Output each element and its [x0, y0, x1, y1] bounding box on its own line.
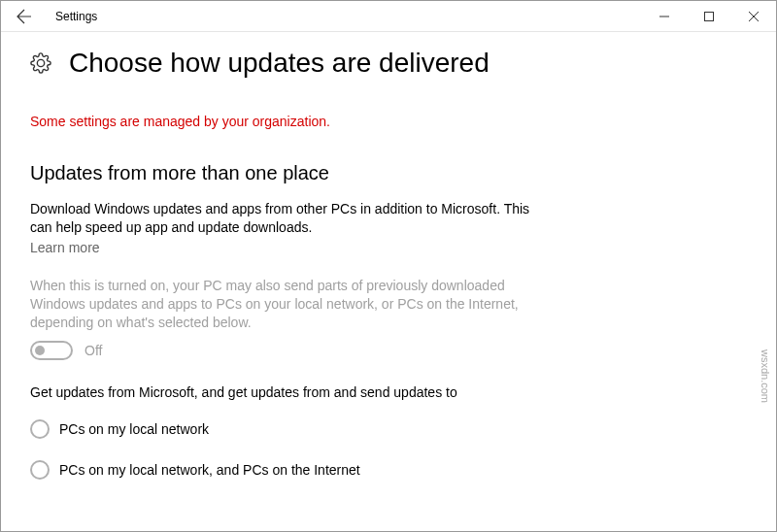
toggle-state-label: Off: [84, 343, 102, 358]
maximize-icon: [704, 12, 714, 21]
close-button[interactable]: [731, 1, 776, 32]
radio-label: PCs on my local network, and PCs on the …: [59, 462, 360, 478]
section-description: Download Windows updates and apps from o…: [30, 200, 535, 237]
titlebar: Settings: [1, 1, 776, 32]
minimize-button[interactable]: [642, 1, 687, 32]
back-arrow-icon: [17, 9, 32, 24]
sub-prompt-text: Get updates from Microsoft, and get upda…: [30, 383, 535, 402]
radio-option-local[interactable]: PCs on my local network: [30, 419, 747, 439]
maximize-button[interactable]: [687, 1, 731, 32]
radio-icon: [30, 460, 50, 480]
page-header: Choose how updates are delivered: [30, 48, 747, 79]
learn-more-link[interactable]: Learn more: [30, 240, 100, 255]
gear-icon: [30, 52, 51, 74]
radio-option-internet[interactable]: PCs on my local network, and PCs on the …: [30, 460, 747, 480]
page-title: Choose how updates are delivered: [69, 48, 490, 79]
minimize-icon: [659, 12, 669, 21]
watermark: wsxdn.com: [760, 349, 771, 403]
radio-label: PCs on my local network: [59, 421, 209, 437]
app-title: Settings: [55, 10, 642, 23]
toggle-knob-icon: [35, 346, 45, 355]
section-heading: Updates from more than one place: [30, 162, 747, 184]
content-area: Choose how updates are delivered Some se…: [1, 32, 776, 520]
back-button[interactable]: [1, 1, 48, 32]
updates-toggle[interactable]: [30, 341, 73, 360]
organization-notice: Some settings are managed by your organi…: [30, 114, 747, 129]
radio-icon: [30, 419, 50, 439]
window-controls: [642, 1, 776, 32]
disabled-info-text: When this is turned on, your PC may also…: [30, 277, 535, 332]
svg-rect-1: [705, 12, 714, 20]
toggle-row: Off: [30, 341, 747, 360]
close-icon: [749, 12, 759, 21]
